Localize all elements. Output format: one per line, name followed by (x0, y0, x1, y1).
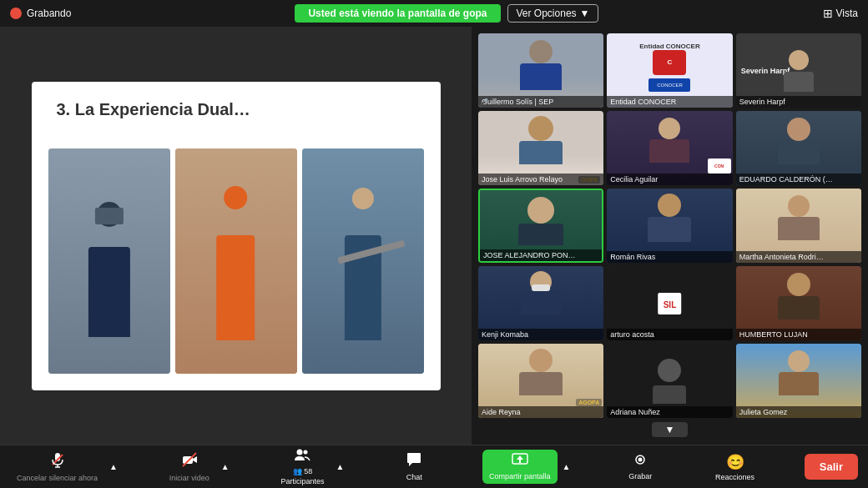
toolbar: Cancelar silenciar ahora ▲ Iniciar video… (0, 445, 868, 488)
participant-name-8: Román Rivas (607, 251, 732, 263)
reactions-icon: 😊 (726, 453, 744, 471)
video-caret-button[interactable]: ▲ (220, 460, 231, 473)
record-button[interactable]: Grabar (615, 450, 665, 484)
participant-name-5: Cecilia Aguilar (607, 174, 732, 185)
participant-header-2: Entidad CONOCER (639, 43, 699, 50)
reactions-label: Reacciones (715, 473, 754, 481)
participant-name-10: Kenji Komaba (478, 329, 603, 340)
video-cell-5: CON Cecilia Aguilar (607, 111, 732, 185)
share-caret-button[interactable]: ▲ (561, 460, 573, 473)
svg-marker-5 (193, 456, 197, 463)
video-cell-7: JOSE ALEJANDRO PON… (478, 189, 603, 263)
leave-button[interactable]: Salir (805, 454, 858, 480)
video-cell-1: Guillermo Solís | SEP 🎤 (478, 33, 603, 108)
participant-name-3: Severin Harpf (736, 96, 861, 108)
share-screen-icon (512, 453, 528, 470)
top-bar: Grabando Usted está viendo la pantalla d… (0, 0, 868, 27)
video-button[interactable]: Iniciar video (163, 448, 216, 485)
recording-indicator: Grabando (10, 8, 71, 19)
participants-label: Participantes (280, 477, 324, 485)
svg-point-8 (304, 450, 308, 455)
slide-images (48, 148, 424, 374)
toolbar-share-group: Compartir pantalla ▲ (482, 450, 572, 484)
camera-slash-icon (181, 451, 198, 472)
participant-name-7: JOSE ALEJANDRO PON… (480, 249, 602, 261)
slide-image-1 (48, 148, 170, 374)
mute-label: Cancelar silenciar ahora (17, 474, 98, 482)
video-cell-3: Severin Harpf Severin Harpf (736, 33, 861, 108)
record-label: Grabar (628, 472, 652, 480)
vista-button[interactable]: ⊞ Vista (823, 7, 858, 20)
toolbar-video-group: Iniciar video ▲ (163, 448, 231, 485)
participant-name-1: Guillermo Solís | SEP (478, 96, 603, 108)
participant-name-14: Adriana Nuñez (607, 406, 732, 418)
chat-label: Chat (406, 473, 422, 481)
svg-marker-10 (517, 455, 523, 463)
slide-image-2 (175, 148, 297, 374)
rec-dot (10, 8, 22, 19)
video-cell-10: Kenji Komaba (478, 266, 603, 340)
slide-image-3 (302, 148, 424, 374)
participant-header-3: Severin Harpf (741, 67, 790, 75)
participants-icon-group: 👥 (293, 467, 305, 475)
participants-button[interactable]: 👥 58 Participantes (274, 445, 331, 488)
video-cell-8: Román Rivas (607, 189, 732, 263)
participant-name-9: Martha Antonieta Rodri… (736, 251, 861, 263)
video-cell-12: HUMBERTO LUJAN (736, 266, 861, 340)
recording-label: Grabando (27, 8, 71, 19)
svg-point-7 (297, 450, 303, 455)
chat-icon (406, 452, 422, 471)
video-cell-2: C CONOCER Entidad CONOCER Entidad CONOCE… (607, 33, 732, 108)
slide: 3. La Experiencia Dual… (32, 82, 441, 390)
ver-opciones-button[interactable]: Ver Opciones ▼ (507, 4, 599, 23)
record-icon (632, 453, 648, 470)
participant-name-11: arturo acosta (607, 329, 732, 340)
slide-title: 3. La Experiencia Dual… (57, 100, 250, 119)
participants-panel: Guillermo Solís | SEP 🎤 C CONOCER Entida… (472, 27, 868, 445)
share-screen-button[interactable]: Compartir pantalla (482, 450, 558, 484)
video-cell-11: SIL arturo acosta (607, 266, 732, 340)
video-cell-15: Julieta Gomez (736, 344, 861, 418)
mic-slash-icon (49, 451, 66, 472)
mic-icon-1: 🎤 (480, 98, 488, 106)
video-cell-4: GOPA Jose Luis Arrovo Relayo (478, 111, 603, 185)
screen-banner: Usted está viendo la pantalla de gopa (295, 4, 500, 23)
video-cell-9: Martha Antonieta Rodri… (736, 189, 861, 263)
grid-icon: ⊞ (823, 7, 833, 20)
toolbar-record-group: Grabar (615, 450, 665, 484)
toolbar-chat-group: Chat (389, 449, 439, 485)
participants-icon (294, 448, 310, 465)
participant-name-6: EDUARDO CALDERÓN (… (736, 174, 861, 185)
mute-caret-button[interactable]: ▲ (108, 460, 119, 473)
mute-button[interactable]: Cancelar silenciar ahora (10, 448, 104, 485)
main-content: 3. La Experiencia Dual… (0, 27, 868, 445)
participant-name-13: Aide Reyna (478, 406, 603, 418)
participant-name-2: Entidad CONOCER (607, 96, 732, 108)
participant-name-12: HUMBERTO LUJAN (736, 329, 861, 340)
participant-name-4: Jose Luis Arrovo Relayo (478, 174, 603, 185)
share-label: Compartir pantalla (489, 472, 551, 480)
reactions-button[interactable]: 😊 Reacciones (709, 450, 761, 485)
participants-count: 👥 58 (293, 467, 313, 475)
svg-point-12 (638, 458, 643, 462)
video-label: Iniciar video (169, 474, 209, 482)
chat-button[interactable]: Chat (389, 449, 439, 485)
scroll-down-button[interactable]: ▼ (652, 422, 689, 437)
video-cell-6: EDUARDO CALDERÓN (… (736, 111, 861, 185)
toolbar-left-group: Cancelar silenciar ahora ▲ (10, 448, 119, 485)
video-cell-14: Adriana Nuñez (607, 344, 732, 418)
video-cell-13: AGOPA Aide Reyna (478, 344, 603, 418)
participants-caret-button[interactable]: ▲ (335, 460, 346, 473)
presentation-area: 3. La Experiencia Dual… (0, 27, 472, 445)
video-grid: Guillermo Solís | SEP 🎤 C CONOCER Entida… (478, 33, 861, 418)
scroll-indicator: ▼ (478, 421, 861, 438)
participant-name-15: Julieta Gomez (736, 406, 861, 418)
chevron-down-icon: ▼ (580, 8, 590, 19)
toolbar-participants-group: 👥 58 Participantes ▲ (274, 445, 346, 488)
toolbar-reactions-group: 😊 Reacciones (709, 450, 761, 485)
